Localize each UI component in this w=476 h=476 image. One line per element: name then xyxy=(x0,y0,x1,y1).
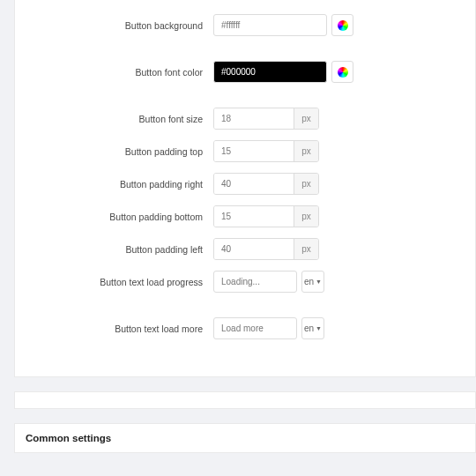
color-wheel-icon xyxy=(338,20,348,31)
label-button-font-color: Button font color xyxy=(33,67,213,78)
colorpicker-button-font-color[interactable] xyxy=(331,61,353,83)
label-button-padding-left: Button padding left xyxy=(33,244,213,255)
row-button-font-size: Button font size px xyxy=(33,108,457,130)
input-button-text-load-progress[interactable] xyxy=(213,271,297,293)
section-title-common-settings: Common settings xyxy=(26,433,465,443)
row-button-text-load-more: Button text load more en ▼ xyxy=(33,317,457,339)
row-button-text-load-progress: Button text load progress en ▼ xyxy=(33,271,457,293)
row-button-padding-right: Button padding right px xyxy=(33,173,457,195)
lang-select-load-more[interactable]: en ▼ xyxy=(301,317,324,339)
row-button-background: Button background xyxy=(33,14,457,36)
unit-button-padding-top: px xyxy=(294,141,318,161)
input-button-padding-right[interactable] xyxy=(214,174,294,194)
unit-button-padding-right: px xyxy=(294,174,318,194)
label-button-text-load-progress: Button text load progress xyxy=(33,277,213,287)
unit-button-padding-bottom: px xyxy=(294,206,318,227)
chevron-down-icon: ▼ xyxy=(316,325,322,331)
input-button-padding-top[interactable] xyxy=(214,141,294,161)
settings-panel: Button background Button font color Butt… xyxy=(14,0,476,377)
label-button-padding-top: Button padding top xyxy=(33,146,213,157)
row-button-padding-bottom: Button padding bottom px xyxy=(33,205,457,227)
lang-code: en xyxy=(304,324,314,333)
input-button-text-load-more[interactable] xyxy=(213,317,297,339)
row-button-font-color: Button font color xyxy=(33,61,457,83)
row-button-padding-left: Button padding left px xyxy=(33,238,457,260)
row-button-padding-top: Button padding top px xyxy=(33,140,457,162)
empty-panel xyxy=(14,391,476,409)
color-wheel-icon xyxy=(338,67,348,78)
label-button-font-size: Button font size xyxy=(33,114,213,124)
input-button-font-size[interactable] xyxy=(214,108,294,129)
label-button-padding-bottom: Button padding bottom xyxy=(33,212,213,222)
input-button-padding-left[interactable] xyxy=(214,239,294,259)
input-button-padding-bottom[interactable] xyxy=(214,206,294,227)
input-button-font-color[interactable] xyxy=(213,61,327,83)
colorpicker-button-background[interactable] xyxy=(331,14,353,36)
lang-code: en xyxy=(304,277,314,286)
common-settings-panel: Common settings xyxy=(14,423,476,453)
chevron-down-icon: ▼ xyxy=(316,279,322,285)
label-button-background: Button background xyxy=(33,20,213,31)
label-button-text-load-more: Button text load more xyxy=(33,324,213,334)
input-button-background[interactable] xyxy=(213,14,327,36)
lang-select-load-progress[interactable]: en ▼ xyxy=(301,271,324,293)
unit-button-padding-left: px xyxy=(294,239,318,259)
unit-button-font-size: px xyxy=(294,108,318,129)
label-button-padding-right: Button padding right xyxy=(33,179,213,190)
